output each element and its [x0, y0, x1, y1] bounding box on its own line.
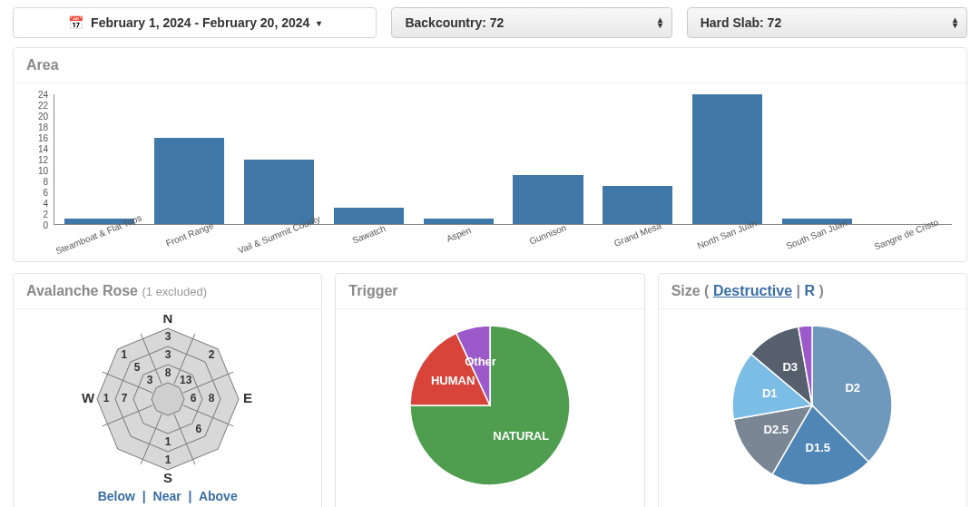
svg-text:D3: D3	[783, 360, 799, 374]
svg-text:W: W	[82, 390, 95, 405]
svg-text:NATURAL: NATURAL	[493, 429, 549, 443]
bar-steamboat-flat-tops[interactable]	[54, 94, 144, 224]
date-range-text: February 1, 2024 - February 20, 2024	[91, 15, 309, 30]
filter-select-backcountry-label: Backcountry: 72	[405, 15, 504, 30]
rose-value-middle-SE: 6	[195, 423, 201, 435]
bar-gunnison[interactable]	[504, 94, 593, 224]
select-caret-icon: ▴▾	[658, 17, 662, 28]
filter-select-slab-label: Hard Slab: 72	[701, 15, 781, 30]
rose-value-middle-S: 1	[164, 435, 171, 448]
trigger-panel: Trigger NATURALHUMANOther	[335, 273, 644, 507]
bar-aspen[interactable]	[414, 94, 504, 224]
bar-sawatch[interactable]	[324, 94, 414, 224]
rose-value-outer-NE: 2	[208, 348, 214, 361]
size-panel: Size ( Destructive | R ) D2D1.5D2.5D1D3	[658, 273, 967, 507]
trigger-panel-title: Trigger	[336, 274, 643, 309]
area-panel: Area 024681012141618202224 Steamboat & F…	[13, 47, 967, 262]
size-pie-chart: D2D1.5D2.5D1D3	[694, 315, 930, 496]
select-caret-icon: ▴▾	[953, 17, 957, 28]
filter-select-backcountry[interactable]: Backcountry: 72 ▴▾	[391, 7, 671, 38]
svg-text:N: N	[162, 315, 172, 326]
svg-text:HUMAN: HUMAN	[431, 374, 475, 387]
svg-text:D2.5: D2.5	[764, 423, 789, 436]
size-link-r[interactable]: R	[804, 283, 815, 298]
rose-value-outer-W: 1	[103, 392, 109, 405]
bar-south-san-juan[interactable]	[772, 94, 862, 224]
svg-text:Other: Other	[465, 355, 496, 368]
rose-value-outer-N: 3	[164, 330, 171, 343]
area-bar-chart: 024681012141618202224 Steamboat & Flat T…	[23, 89, 957, 252]
rose-link-above[interactable]: Above	[199, 489, 238, 503]
bar-sangre-de-cristo[interactable]	[862, 94, 952, 224]
rose-link-near[interactable]: Near	[153, 489, 181, 503]
rose-treeline-links: Below | Near | Above	[98, 489, 238, 503]
bar-vail-summit-county[interactable]	[234, 94, 324, 224]
svg-text:D2: D2	[846, 381, 861, 395]
rose-value-inner-NW: 3	[147, 374, 153, 386]
svg-text:D1.5: D1.5	[806, 441, 830, 454]
bar-grand-mesa[interactable]	[593, 94, 682, 224]
svg-text:S: S	[163, 470, 172, 483]
rose-value-inner-E: 6	[190, 392, 196, 405]
rose-value-middle-W: 7	[121, 392, 127, 405]
filter-select-slab[interactable]: Hard Slab: 72 ▴▾	[687, 7, 967, 38]
avalanche-rose: NESW3211138617581363	[54, 315, 281, 483]
date-range-picker[interactable]: 📅 February 1, 2024 - February 20, 2024 ▾	[13, 7, 377, 38]
caret-down-icon: ▾	[317, 18, 321, 28]
svg-text:D1: D1	[762, 386, 778, 400]
size-panel-title: Size ( Destructive | R )	[659, 274, 966, 309]
rose-panel: Avalanche Rose (1 excluded) NESW32111386…	[13, 273, 322, 507]
svg-text:E: E	[243, 390, 252, 405]
area-panel-title: Area	[14, 48, 966, 83]
bar-north-san-juan[interactable]	[682, 94, 772, 224]
rose-value-outer-NW: 1	[121, 348, 127, 361]
rose-panel-title: Avalanche Rose (1 excluded)	[14, 274, 321, 309]
rose-value-inner-N: 8	[164, 366, 171, 379]
rose-link-below[interactable]: Below	[98, 489, 135, 503]
size-link-destructive[interactable]: Destructive	[713, 283, 792, 298]
calendar-icon: 📅	[68, 15, 83, 30]
rose-value-inner-NE: 13	[180, 374, 192, 386]
rose-value-middle-N: 3	[164, 348, 171, 361]
rose-value-outer-S: 1	[164, 453, 171, 466]
rose-value-middle-NW: 5	[133, 361, 140, 374]
bar-front-range[interactable]	[144, 94, 234, 224]
rose-value-middle-E: 8	[208, 392, 214, 405]
trigger-pie-chart: NATURALHUMANOther	[372, 315, 608, 496]
